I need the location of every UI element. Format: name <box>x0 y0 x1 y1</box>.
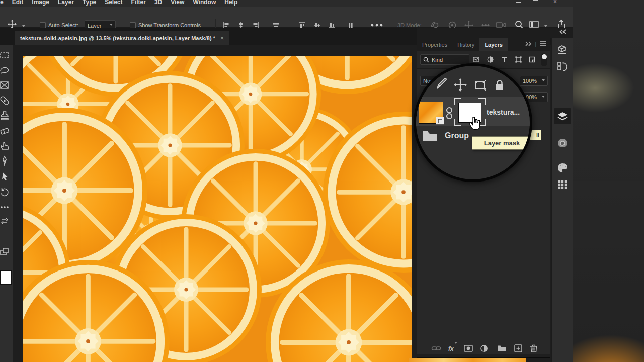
pen-tool-icon[interactable] <box>0 155 11 167</box>
group-name[interactable]: Group <box>445 131 469 140</box>
lock-all-icon <box>493 78 507 93</box>
filter-pixel-layers-icon[interactable] <box>472 56 480 63</box>
panel-tabs: Properties History Layers | <box>417 38 550 51</box>
tab-layers[interactable]: Layers <box>479 38 507 51</box>
lasso-tool-icon[interactable] <box>0 64 11 76</box>
rectangular-marquee-tool-icon[interactable] <box>0 49 11 61</box>
minimize-button[interactable] <box>516 2 521 3</box>
delete-layer-icon[interactable] <box>529 343 539 353</box>
materials-panel-icon[interactable] <box>556 137 569 149</box>
document-title: tekstura-dolki-apelsin.jpg @ 13.5% (teks… <box>20 35 215 41</box>
menu-item-select[interactable]: Select <box>105 0 122 6</box>
photoshop-window: File Edit Image Layer Type Select Filter… <box>0 0 573 362</box>
layers-panel-footer: fx <box>417 342 550 354</box>
color-panel-icon[interactable] <box>556 161 569 173</box>
tab-close-icon[interactable]: × <box>220 35 224 42</box>
filter-toggle[interactable] <box>541 53 547 66</box>
screen-mode-icon[interactable] <box>0 246 11 258</box>
restore-button[interactable] <box>533 0 538 5</box>
expand-panel-icon[interactable] <box>525 41 532 47</box>
clone-stamp-tool-icon[interactable] <box>0 110 11 122</box>
tab-history[interactable]: History <box>452 38 479 51</box>
link-layers-icon[interactable] <box>431 343 441 353</box>
more-options-icon[interactable] <box>370 23 383 27</box>
lock-image-pixels-icon <box>473 78 488 93</box>
filter-adjustment-layers-icon[interactable] <box>487 56 494 63</box>
mask-link-icon[interactable] <box>445 106 454 120</box>
filter-shape-layers-icon[interactable] <box>515 56 522 63</box>
layers-panel-icon[interactable] <box>556 110 569 122</box>
smudge-tool-icon[interactable] <box>0 140 11 152</box>
menu-item-3d[interactable]: 3D <box>154 0 162 6</box>
eraser-tool-icon[interactable] <box>0 125 11 137</box>
menu-item-view[interactable]: View <box>171 0 184 6</box>
layer-thumbnail[interactable] <box>419 102 443 124</box>
filter-kind-dropdown[interactable]: Kind <box>420 54 469 65</box>
options-bar: Auto-Select: Layer Show Transform Contro… <box>0 7 573 28</box>
menu-item-image[interactable]: Image <box>32 0 49 6</box>
canvas-image[interactable] <box>23 56 412 362</box>
more-tools-icon[interactable] <box>0 201 11 213</box>
tab-properties[interactable]: Properties <box>417 38 452 51</box>
layer-name[interactable]: tekstura... <box>487 108 520 116</box>
filter-smart-objects-icon[interactable] <box>528 56 536 63</box>
menu-item-filter[interactable]: Filter <box>131 0 146 6</box>
layer-style-icon[interactable]: fx <box>448 344 457 353</box>
menu-item-help[interactable]: Help <box>224 0 237 6</box>
add-layer-mask-icon[interactable] <box>463 343 473 353</box>
opacity-dropdown[interactable]: 100% <box>520 76 548 86</box>
menu-item-window[interactable]: Window <box>193 0 216 6</box>
blurred-backdrop <box>573 0 644 362</box>
layer-mask-tooltip: Layer mask <box>472 136 532 150</box>
smart-object-badge-icon <box>436 117 444 125</box>
path-selection-tool-icon[interactable] <box>0 171 11 183</box>
history-panel-icon[interactable] <box>556 61 569 73</box>
collapse-dock-icon[interactable] <box>558 29 567 35</box>
foreground-color-swatch[interactable] <box>0 270 12 285</box>
magnifier-overlay: tekstura... Group Layer mask <box>414 63 532 182</box>
dock-header <box>417 28 573 38</box>
tool-bar <box>0 45 13 362</box>
menu-bar: File Edit Image Layer Type Select Filter… <box>0 0 573 7</box>
close-button[interactable]: × <box>553 0 557 5</box>
filter-type-layers-icon[interactable] <box>501 56 508 63</box>
hand-cursor-icon <box>468 116 481 131</box>
adjustment-layer-icon[interactable] <box>479 343 490 353</box>
panel-menu-icon[interactable] <box>539 41 547 47</box>
group-folder-icon[interactable] <box>422 130 438 142</box>
properties-panel-icon[interactable] <box>556 44 569 56</box>
new-group-icon[interactable] <box>497 343 507 353</box>
document-tab[interactable]: tekstura-dolki-apelsin.jpg @ 13.5% (teks… <box>15 31 229 45</box>
lock-position-icon <box>453 78 467 92</box>
menu-item-layer[interactable]: Layer <box>58 0 74 6</box>
new-layer-icon[interactable] <box>513 343 523 353</box>
slice-tool-icon[interactable] <box>0 79 11 92</box>
search-icon <box>423 57 429 63</box>
menu-item-file[interactable]: File <box>0 0 4 6</box>
swatches-panel-icon[interactable] <box>556 178 569 191</box>
panel-icon-rail <box>551 38 573 362</box>
menu-item-edit[interactable]: Edit <box>12 0 24 6</box>
healing-brush-tool-icon[interactable] <box>0 95 11 107</box>
swap-colors-icon[interactable] <box>0 215 11 227</box>
menu-item-type[interactable]: Type <box>83 0 96 6</box>
rotate-view-tool-icon[interactable] <box>0 186 11 198</box>
canvas-bottom-strip <box>409 358 526 362</box>
lock-transparent-pixels-icon <box>434 77 448 91</box>
